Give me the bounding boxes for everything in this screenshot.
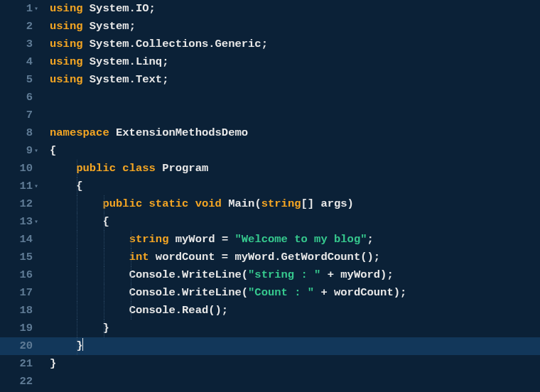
code-line[interactable]: using System; [50,18,540,36]
code-token: using [50,20,90,33]
line-number: 21 [0,355,33,373]
code-line[interactable] [50,107,540,124]
line-number: 8 [0,124,33,142]
code-line[interactable]: using System.Text; [50,71,540,89]
code-line[interactable]: public class Program [50,160,540,178]
code-editor[interactable]: 1▾23456789▾1011▾1213▾141516171819202122 … [0,0,540,392]
code-token: using [50,55,90,68]
code-token [50,339,76,352]
indent-guide [77,320,77,337]
indent-guide [77,302,77,320]
code-line[interactable]: Console.WriteLine("Count : " + wordCount… [50,284,540,302]
code-token: Console.WriteLine( [129,286,248,299]
code-token: public class [76,162,162,175]
indent-guide [77,231,77,249]
code-token: Console.Read(); [129,304,229,317]
code-token: } [50,357,56,370]
line-number: 2 [0,18,33,36]
code-token: [] args) [301,197,354,210]
code-line[interactable]: Console.Read(); [50,302,540,320]
code-line[interactable] [50,373,540,391]
code-token [50,304,129,317]
code-token: + wordCount); [314,286,406,299]
line-number: 11▾ [0,178,33,195]
fold-toggle-icon[interactable]: ▾ [33,213,40,231]
code-line[interactable]: public static void Main(string[] args) [50,195,540,213]
fold-toggle-icon[interactable]: ▾ [33,0,40,18]
code-line[interactable]: using System.IO; [50,0,540,18]
line-number: 9▾ [0,142,33,160]
code-token: ; [162,73,168,86]
code-token: + myWord); [320,268,393,281]
indent-guide [104,320,104,337]
line-number: 20 [0,337,33,355]
code-token: using [50,73,90,86]
code-token: = [222,233,235,246]
indent-guide [77,284,77,302]
line-number: 17 [0,284,33,302]
code-token: ExtensionMethodsDemo [116,126,248,139]
code-line[interactable]: { [50,142,540,160]
code-token [50,233,129,246]
indent-guide [131,284,131,302]
code-area[interactable]: using System.IO;using System;using Syste… [40,0,540,392]
line-number: 1▾ [0,0,33,18]
code-line[interactable]: int wordCount = myWord.GetWordCount(); [50,249,540,266]
indent-guide [77,213,77,231]
fold-toggle-icon[interactable]: ▾ [33,142,40,160]
code-token [50,268,129,281]
code-token: "string : " [248,268,320,281]
code-token: namespace [50,126,116,139]
code-token [50,180,76,192]
code-line[interactable]: Console.WriteLine("string : " + myWord); [50,266,540,284]
code-token: ; [162,55,168,68]
indent-guide [104,302,104,320]
code-token: Main [228,197,254,210]
indent-guide [104,231,104,249]
code-line[interactable]: string myWord = "Welcome to my blog"; [50,231,540,249]
code-token: ; [261,38,268,50]
indent-guide [131,249,131,266]
indent-guide [77,178,77,195]
indent-guide [104,213,104,231]
fold-toggle-icon[interactable]: ▾ [33,178,40,195]
indent-guide [131,302,131,320]
code-line[interactable]: using System.Linq; [50,53,540,71]
code-token: Console.WriteLine( [129,268,248,281]
gutter: 1▾23456789▾1011▾1213▾141516171819202122 [0,0,40,392]
code-line[interactable] [50,89,540,107]
code-token: Program [162,162,208,175]
indent-guide [104,249,104,266]
code-token: public static void [102,197,228,210]
code-token: ; [129,20,136,33]
line-number: 12 [0,195,33,213]
code-token: System.Text [90,73,162,86]
indent-guide [131,231,131,249]
line-number: 19 [0,320,33,337]
code-line[interactable]: { [50,213,540,231]
code-token: string [261,197,301,210]
indent-guide [104,284,104,302]
indent-guide [77,266,77,284]
indent-guide [104,195,104,213]
line-number: 22 [0,373,33,391]
code-line[interactable]: using System.Collections.Generic; [50,36,540,53]
code-token [50,162,76,175]
code-token: string [129,233,176,246]
code-line[interactable]: } [50,337,540,355]
indent-guide [77,337,77,355]
code-token: using [50,38,90,50]
line-number: 18 [0,302,33,320]
code-token: = [222,251,235,263]
code-token: ; [367,233,374,246]
code-line[interactable]: } [50,320,540,337]
code-token: myWord [176,233,222,246]
code-line[interactable]: namespace ExtensionMethodsDemo [50,124,540,142]
line-number: 10 [0,160,33,178]
code-token: System [90,20,129,33]
line-number: 16 [0,266,33,284]
indent-guide [104,266,104,284]
line-number: 14 [0,231,33,249]
code-line[interactable]: } [50,355,540,373]
code-line[interactable]: { [50,178,540,195]
